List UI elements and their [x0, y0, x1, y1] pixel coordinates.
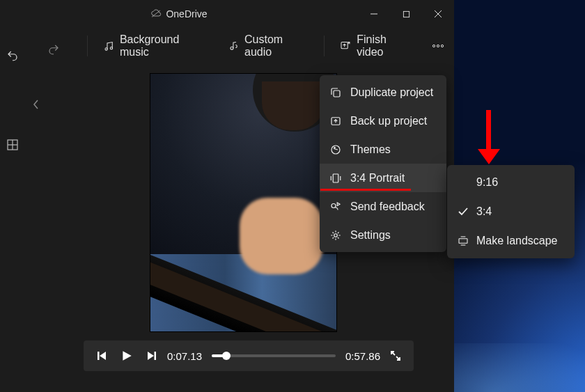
- back-chevron-button[interactable]: [26, 95, 46, 114]
- menu-send-feedback[interactable]: Send feedback: [320, 192, 446, 221]
- svg-rect-2: [403, 11, 409, 17]
- window-controls: [358, 0, 454, 28]
- title-text-area: OneDrive: [0, 8, 358, 20]
- menu-themes[interactable]: Themes: [320, 135, 446, 164]
- cloud-icon: [150, 8, 162, 20]
- svg-point-24: [332, 146, 340, 154]
- annotation-arrow: [481, 110, 497, 166]
- menu-duplicate-label: Duplicate project: [350, 86, 433, 99]
- submenu-3-4-label: 3:4: [476, 205, 492, 218]
- background-music-label: Background music: [120, 33, 205, 58]
- check-icon: [457, 205, 469, 218]
- grid-view-button[interactable]: [3, 135, 22, 155]
- menu-settings[interactable]: Settings: [320, 221, 446, 249]
- svg-rect-26: [333, 174, 338, 182]
- svg-point-10: [437, 45, 439, 47]
- svg-point-11: [441, 45, 443, 47]
- svg-point-29: [332, 203, 336, 207]
- titlebar: OneDrive: [0, 0, 454, 28]
- submenu-landscape-label: Make landscape: [476, 235, 558, 247]
- prev-frame-button[interactable]: [92, 346, 111, 366]
- submenu-9-16[interactable]: 9:16: [447, 168, 575, 197]
- seek-slider[interactable]: [212, 354, 336, 357]
- submenu-9-16-label: 9:16: [476, 176, 498, 189]
- svg-point-30: [334, 233, 338, 237]
- playback-bar: 0:07.13 0:57.86: [84, 340, 414, 371]
- close-button[interactable]: [422, 0, 454, 28]
- left-strip: [0, 42, 25, 70]
- svg-point-9: [432, 45, 435, 47]
- svg-point-7: [231, 47, 233, 49]
- svg-rect-31: [459, 239, 467, 244]
- svg-marker-18: [148, 352, 154, 360]
- menu-feedback-label: Send feedback: [350, 201, 425, 213]
- svg-point-5: [105, 47, 107, 49]
- svg-marker-16: [100, 352, 106, 360]
- video-editor-window: OneDrive Background music: [0, 0, 454, 392]
- menu-aspect-label: 3:4 Portrait: [350, 172, 405, 185]
- custom-audio-button[interactable]: Custom audio: [221, 29, 315, 63]
- more-menu: Duplicate project Back up project Themes…: [320, 75, 446, 252]
- svg-rect-15: [98, 352, 100, 360]
- svg-point-6: [110, 47, 112, 49]
- background-music-button[interactable]: Background music: [96, 29, 212, 63]
- undo-button[interactable]: [0, 42, 25, 70]
- menu-backup-project[interactable]: Back up project: [320, 107, 446, 135]
- svg-rect-19: [155, 352, 157, 360]
- current-time: 0:07.13: [167, 350, 202, 362]
- next-frame-button[interactable]: [142, 346, 162, 366]
- video-preview[interactable]: [150, 73, 337, 332]
- aspect-submenu: 9:16 3:4 Make landscape: [447, 165, 575, 258]
- menu-aspect-ratio[interactable]: 3:4 Portrait: [320, 164, 446, 192]
- annotation-underline: [320, 189, 411, 191]
- menu-settings-label: Settings: [350, 229, 391, 242]
- redo-button[interactable]: [47, 43, 60, 58]
- submenu-make-landscape[interactable]: Make landscape: [447, 226, 575, 256]
- total-time: 0:57.86: [345, 350, 380, 362]
- svg-point-25: [334, 147, 336, 148]
- menu-backup-label: Back up project: [350, 115, 427, 127]
- submenu-3-4[interactable]: 3:4: [447, 197, 575, 226]
- menu-themes-label: Themes: [350, 143, 391, 156]
- svg-marker-17: [123, 351, 131, 361]
- more-button[interactable]: [428, 40, 448, 52]
- finish-video-button[interactable]: Finish video: [333, 29, 419, 63]
- landscape-icon: [457, 235, 469, 247]
- fullscreen-button[interactable]: [386, 346, 405, 366]
- minimize-button[interactable]: [358, 0, 390, 28]
- maximize-button[interactable]: [390, 0, 422, 28]
- play-button[interactable]: [117, 346, 136, 366]
- toolbar: Background music Custom audio Finish vid…: [0, 28, 454, 64]
- menu-duplicate-project[interactable]: Duplicate project: [320, 78, 446, 107]
- custom-audio-label: Custom audio: [244, 33, 309, 58]
- window-title: OneDrive: [166, 8, 207, 19]
- finish-video-label: Finish video: [357, 33, 412, 58]
- svg-rect-22: [334, 91, 340, 97]
